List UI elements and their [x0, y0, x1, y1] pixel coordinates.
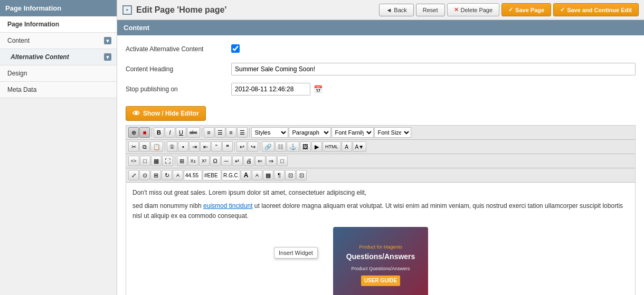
- toolbar-fontcolor2-btn[interactable]: A: [173, 170, 183, 180]
- toolbar-paste2-btn[interactable]: ⊞: [150, 170, 161, 180]
- toolbar-blockquote-btn[interactable]: ": [211, 141, 222, 152]
- stop-publish-control: 📅: [231, 83, 636, 96]
- toolbar-fullscreen-btn[interactable]: ⛶: [162, 156, 173, 166]
- toolbar-copy-btn[interactable]: ⧉: [139, 141, 150, 152]
- sidebar-header: Page Information: [0, 0, 117, 16]
- save-icon: ✓: [508, 6, 513, 13]
- toolbar-align-justify-btn[interactable]: ☰: [237, 127, 248, 138]
- heading-row: Content Heading: [126, 62, 636, 77]
- editor-link[interactable]: euismod tincidunt: [203, 202, 252, 210]
- toolbar-btn-2[interactable]: ■: [139, 127, 150, 138]
- toolbar-fontsmall-btn[interactable]: A: [252, 170, 262, 180]
- section-header: Content: [117, 20, 644, 35]
- toolbar-br-btn[interactable]: ↵: [232, 156, 243, 166]
- form-area: Activate Alternative Content Content Hea…: [117, 35, 644, 295]
- toolbar-color-btn[interactable]: A: [342, 141, 352, 152]
- toolbar-bgcolor-btn[interactable]: A▼: [353, 141, 367, 152]
- toolbar-align-right-btn[interactable]: ≡: [226, 127, 236, 138]
- toolbar-mark-btn[interactable]: ▦: [263, 170, 273, 180]
- product-title: Questions/Answers: [346, 251, 415, 262]
- page-title: Edit Page 'Home page': [136, 5, 226, 15]
- toolbar-fontbig-btn[interactable]: A: [241, 170, 251, 180]
- styles-select[interactable]: Styles: [251, 127, 288, 138]
- main-content: ✦ Edit Page 'Home page' ◄ Back Reset ✕ D…: [117, 0, 644, 295]
- toolbar-row-1: ⊕ ■ B I U abc ≡ ☰ ≡ ☰: [126, 126, 635, 140]
- toolbar-zoom-btn[interactable]: ⤢: [128, 170, 139, 180]
- toolbar-code-btn[interactable]: <>: [128, 156, 139, 166]
- toolbar-indent-btn[interactable]: ⇥: [189, 141, 200, 152]
- toolbar-html-btn[interactable]: HTML: [323, 141, 341, 152]
- toolbar-snippet-btn[interactable]: ⊙: [139, 170, 150, 180]
- heading-input[interactable]: [231, 63, 636, 75]
- save-continue-icon: ✓: [560, 6, 565, 13]
- paragraph-select[interactable]: Paragraph: [289, 127, 331, 138]
- toolbar-image-btn[interactable]: 🖼: [300, 141, 311, 152]
- sidebar-item-meta-data[interactable]: Meta Data: [0, 82, 117, 98]
- sidebar-item-content[interactable]: Content ▼: [0, 33, 117, 49]
- toolbar-rotate-btn[interactable]: ↻: [162, 170, 172, 180]
- sidebar-item-design[interactable]: Design: [0, 65, 117, 82]
- toolbar-underline-btn[interactable]: U: [176, 127, 186, 138]
- heading-label: Content Heading: [126, 65, 231, 73]
- toolbar-number-input[interactable]: [184, 170, 202, 180]
- save-page-button[interactable]: ✓ Save Page: [501, 3, 551, 16]
- toolbar-paste-btn[interactable]: 📋: [150, 141, 163, 152]
- stop-publish-input[interactable]: [231, 83, 310, 96]
- sidebar-item-label: Page Information: [7, 21, 59, 28]
- back-icon: ◄: [386, 7, 392, 13]
- toolbar-outdent-btn[interactable]: ⇤: [200, 141, 211, 152]
- toolbar-template-btn[interactable]: □: [140, 156, 150, 166]
- toolbar-rtl-btn[interactable]: ⇐: [255, 156, 266, 166]
- top-bar: ✦ Edit Page 'Home page' ◄ Back Reset ✕ D…: [117, 0, 644, 20]
- toolbar-endpara-btn[interactable]: ⊡: [296, 170, 307, 180]
- toolbar-link-btn[interactable]: 🔗: [262, 141, 274, 152]
- toolbar-italic-btn[interactable]: I: [165, 127, 175, 138]
- toolbar-rgb-input[interactable]: [222, 170, 240, 180]
- save-continue-button[interactable]: ✓ Save and Continue Edit: [553, 3, 639, 16]
- editor-para-1: Don't miss out great sales. Lorem ipsum …: [132, 188, 629, 198]
- page-title-area: ✦ Edit Page 'Home page': [122, 5, 226, 15]
- sidebar-item-page-information[interactable]: Page Information: [0, 16, 117, 33]
- calendar-icon[interactable]: 📅: [312, 84, 323, 94]
- toolbar-special-btn[interactable]: Ω: [210, 156, 221, 166]
- toolbar-widget-btn[interactable]: ⊕: [128, 127, 139, 138]
- toolbar-unlink-btn[interactable]: ⛓: [275, 141, 286, 152]
- toolbar-media2-btn[interactable]: ⊡: [285, 170, 296, 180]
- toolbar-bold-btn[interactable]: B: [154, 127, 164, 138]
- toolbar-para-btn[interactable]: ¶: [274, 170, 285, 180]
- toolbar-row-2: ✂ ⧉ 📋 ① • ⇥ ⇤ " ❝ ↩ ↪ 🔗: [126, 140, 635, 154]
- editor-para-2: sed diam nonummy nibh euismod tincidunt …: [132, 201, 629, 221]
- toolbar-sub-btn[interactable]: X₂: [188, 156, 198, 166]
- toolbar-sup-btn[interactable]: X²: [199, 156, 210, 166]
- toolbar-redo-btn[interactable]: ↪: [248, 141, 258, 152]
- toolbar-hex-input[interactable]: [203, 170, 221, 180]
- toolbar-anchor-btn[interactable]: ⚓: [287, 141, 299, 152]
- editor-content[interactable]: Don't miss out great sales. Lorem ipsum …: [126, 183, 635, 295]
- reset-button[interactable]: Reset: [416, 4, 445, 16]
- toolbar-preview-btn[interactable]: ▦: [151, 156, 162, 166]
- toolbar-cut-btn[interactable]: ✂: [128, 141, 139, 152]
- toolbar-table-btn[interactable]: ⊞: [177, 156, 187, 166]
- font-size-select[interactable]: Font Size: [374, 127, 411, 138]
- toolbar-strikethrough-btn[interactable]: abc: [187, 127, 200, 138]
- toolbar-align-left-btn[interactable]: ≡: [204, 127, 214, 138]
- toolbar-hr-btn[interactable]: ─: [221, 156, 232, 166]
- toolbar-ltr-btn[interactable]: ⇒: [266, 156, 277, 166]
- show-hide-editor-button[interactable]: 👁 Show / Hide Editor: [126, 106, 206, 121]
- activate-control: [231, 44, 636, 54]
- toolbar-print-btn[interactable]: 🖨: [243, 156, 254, 166]
- toolbar-source-btn[interactable]: □: [277, 156, 288, 166]
- toolbar-ol-btn[interactable]: ①: [167, 141, 177, 152]
- font-family-select[interactable]: Font Family: [332, 127, 374, 138]
- delete-page-button[interactable]: ✕ Delete Page: [447, 3, 500, 16]
- toolbar-align-center-btn[interactable]: ☰: [215, 127, 225, 138]
- activate-checkbox[interactable]: [231, 44, 240, 53]
- toolbar-sep-4: [165, 142, 165, 151]
- back-button[interactable]: ◄ Back: [379, 4, 413, 16]
- sidebar-item-alternative-content[interactable]: Alternative Content ▼: [0, 49, 117, 65]
- toolbar-ul-btn[interactable]: •: [178, 141, 188, 152]
- toolbar-sep-7: [175, 156, 175, 166]
- toolbar-undo-btn[interactable]: ↩: [236, 141, 247, 152]
- toolbar-quote-btn[interactable]: ❝: [222, 141, 233, 152]
- toolbar-media-btn[interactable]: ▶: [311, 141, 322, 152]
